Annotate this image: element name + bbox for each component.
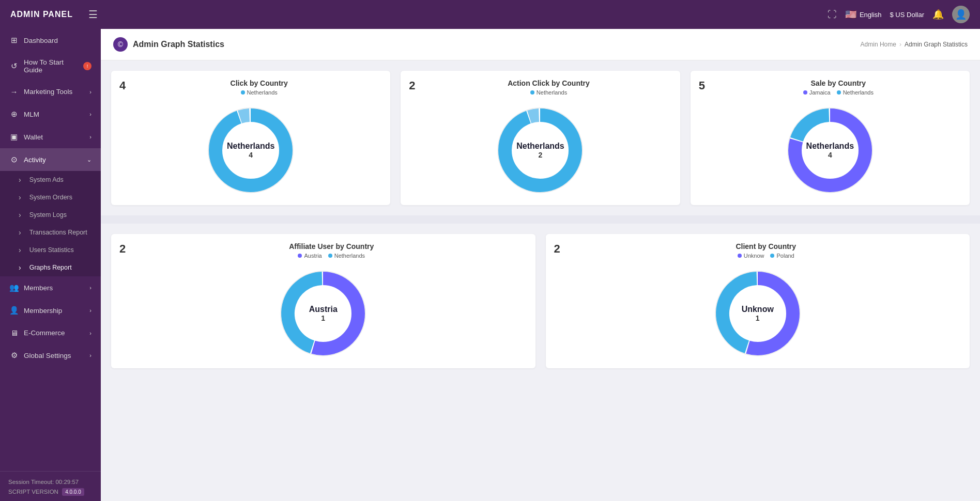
legend-item: Jamaica bbox=[803, 89, 831, 96]
script-version-label: SCRIPT VERSION bbox=[8, 489, 58, 495]
chart-card-client-by-country: 2 Client by Country Unknow Poland Unknow… bbox=[546, 234, 970, 368]
chevron-right-icon-wallet: › bbox=[89, 134, 91, 140]
legend-dot bbox=[837, 90, 841, 95]
script-version: SCRIPT VERSION 4.0.0.0 bbox=[8, 488, 93, 496]
donut-svg bbox=[277, 267, 370, 360]
sidebar-item-how-to-start[interactable]: ↺ How To Start Guide ! bbox=[0, 52, 101, 81]
chart-count: 2 bbox=[119, 242, 132, 256]
sidebar: ⊞ Dashboard ↺ How To Start Guide ! → Mar… bbox=[0, 29, 101, 501]
sidebar-label-activity: Activity bbox=[24, 156, 82, 164]
page-header: © Admin Graph Statistics Admin Home › Ad… bbox=[101, 29, 980, 60]
sidebar-item-mlm[interactable]: ⊕ MLM › bbox=[0, 103, 101, 126]
chart-count: 2 bbox=[409, 79, 421, 92]
sidebar-item-system-ads[interactable]: System Ads bbox=[0, 171, 101, 189]
sidebar-label-ecommerce: E-Commerce bbox=[24, 329, 84, 337]
content-area: 4 Click by Country Netherlands Netherlan… bbox=[101, 60, 980, 501]
legend-item: Netherlands bbox=[530, 89, 567, 96]
chevron-down-icon-activity: ⌄ bbox=[87, 156, 91, 163]
legend-item: Austria bbox=[298, 253, 321, 259]
donut-wrapper: Unknow 1 bbox=[711, 267, 804, 360]
legend-dot bbox=[241, 90, 245, 95]
mlm-icon: ⊕ bbox=[9, 109, 19, 119]
chart-card-sale-by-country: 5 Sale by Country Jamaica Netherlands Ne… bbox=[691, 71, 970, 205]
chart-count: 4 bbox=[119, 79, 132, 92]
legend-dot bbox=[803, 90, 807, 95]
chevron-right-icon-mlm: › bbox=[89, 111, 91, 117]
sidebar-item-global-settings[interactable]: ⚙ Global Settings › bbox=[0, 344, 101, 367]
chart-title: Affiliate User by Country bbox=[289, 242, 374, 251]
sidebar-item-system-orders[interactable]: System Orders bbox=[0, 189, 101, 206]
donut-svg bbox=[711, 267, 804, 360]
legend-label: Netherlands bbox=[537, 89, 567, 96]
sidebar-label-system-ads: System Ads bbox=[29, 176, 91, 183]
donut-svg bbox=[204, 104, 297, 197]
legend-dot bbox=[738, 254, 742, 258]
sidebar-label-wallet: Wallet bbox=[24, 133, 84, 141]
donut-wrapper: Austria 1 bbox=[277, 267, 370, 360]
user-avatar[interactable]: 👤 bbox=[952, 6, 970, 23]
breadcrumb-separator: › bbox=[899, 41, 901, 48]
legend-dot bbox=[298, 254, 302, 258]
sidebar-item-marketing-tools[interactable]: → Marketing Tools › bbox=[0, 81, 101, 103]
legend-label: Netherlands bbox=[247, 89, 278, 96]
language-label: English bbox=[860, 11, 882, 19]
chart-title: Action Click by Country bbox=[508, 79, 590, 87]
sidebar-item-wallet[interactable]: ▣ Wallet › bbox=[0, 126, 101, 148]
legend-row: Netherlands bbox=[241, 89, 278, 96]
membership-icon: 👤 bbox=[9, 306, 19, 315]
sidebar-label-system-logs: System Logs bbox=[29, 211, 91, 218]
sidebar-label-dashboard: Dashboard bbox=[24, 37, 91, 44]
sidebar-item-members[interactable]: 👥 Members › bbox=[0, 276, 101, 299]
chart-title: Client by Country bbox=[736, 242, 796, 251]
sidebar-item-transactions-report[interactable]: Transactions Report bbox=[0, 224, 101, 241]
sidebar-item-users-statistics[interactable]: Users Statistics bbox=[0, 241, 101, 259]
chart-info: Affiliate User by Country Austria Nether… bbox=[136, 242, 527, 259]
fullscreen-icon[interactable]: ⛶ bbox=[828, 9, 837, 20]
donut-svg bbox=[784, 104, 877, 197]
sidebar-item-system-logs[interactable]: System Logs bbox=[0, 206, 101, 224]
bell-icon[interactable]: 🔔 bbox=[932, 9, 944, 20]
legend-label: Netherlands bbox=[843, 89, 874, 96]
chart-info: Click by Country Netherlands bbox=[136, 79, 382, 96]
session-timeout: Session Timeout: 00:29:57 bbox=[8, 479, 93, 485]
dashboard-icon: ⊞ bbox=[9, 36, 19, 45]
breadcrumb-current: Admin Graph Statistics bbox=[905, 41, 968, 48]
sidebar-item-activity[interactable]: ⊙ Activity ⌄ bbox=[0, 148, 101, 171]
hamburger-menu[interactable]: ☰ bbox=[88, 8, 828, 21]
donut-wrapper: Netherlands 2 bbox=[494, 104, 587, 197]
legend-row: Jamaica Netherlands bbox=[803, 89, 874, 96]
chart-count: 5 bbox=[699, 79, 711, 92]
currency-selector[interactable]: $ US Dollar bbox=[890, 11, 924, 19]
chart-count: 2 bbox=[554, 242, 566, 256]
how-to-start-icon: ↺ bbox=[9, 61, 19, 71]
page-header-icon: © bbox=[113, 37, 128, 52]
svg-point-11 bbox=[803, 123, 858, 178]
sidebar-label-members: Members bbox=[24, 284, 84, 292]
activity-submenu: System Ads System Orders System Logs Tra… bbox=[0, 171, 101, 276]
chart-card-header: 4 Click by Country Netherlands bbox=[119, 79, 382, 96]
sidebar-item-dashboard[interactable]: ⊞ Dashboard bbox=[0, 29, 101, 52]
chart-info: Sale by Country Jamaica Netherlands bbox=[715, 79, 961, 96]
sidebar-label-transactions-report: Transactions Report bbox=[29, 229, 91, 236]
legend-label: Poland bbox=[776, 253, 794, 259]
main-layout: ⊞ Dashboard ↺ How To Start Guide ! → Mar… bbox=[0, 29, 980, 501]
sidebar-item-graphs-report[interactable]: Graphs Report bbox=[0, 259, 101, 276]
chart-card-header: 5 Sale by Country Jamaica Netherlands bbox=[699, 79, 961, 96]
legend-item: Netherlands bbox=[328, 253, 365, 259]
breadcrumb-home[interactable]: Admin Home bbox=[861, 41, 896, 48]
chevron-right-icon-members: › bbox=[89, 285, 91, 291]
language-selector[interactable]: 🇺🇸 English bbox=[845, 9, 882, 20]
ecommerce-icon: 🖥 bbox=[9, 328, 19, 337]
sidebar-item-membership[interactable]: 👤 Membership › bbox=[0, 299, 101, 322]
marketing-tools-icon: → bbox=[9, 87, 19, 96]
sidebar-label-how-to-start: How To Start Guide bbox=[24, 58, 78, 74]
svg-point-3 bbox=[223, 123, 278, 178]
notification-bell-wrapper: 🔔 bbox=[932, 9, 944, 20]
chevron-right-icon: › bbox=[89, 89, 91, 95]
chart-title: Sale by Country bbox=[811, 79, 866, 87]
sidebar-item-ecommerce[interactable]: 🖥 E-Commerce › bbox=[0, 322, 101, 344]
legend-label: Unknow bbox=[744, 253, 764, 259]
chart-info: Client by Country Unknow Poland bbox=[571, 242, 962, 259]
sidebar-label-global-settings: Global Settings bbox=[24, 352, 84, 359]
legend-label: Austria bbox=[304, 253, 321, 259]
